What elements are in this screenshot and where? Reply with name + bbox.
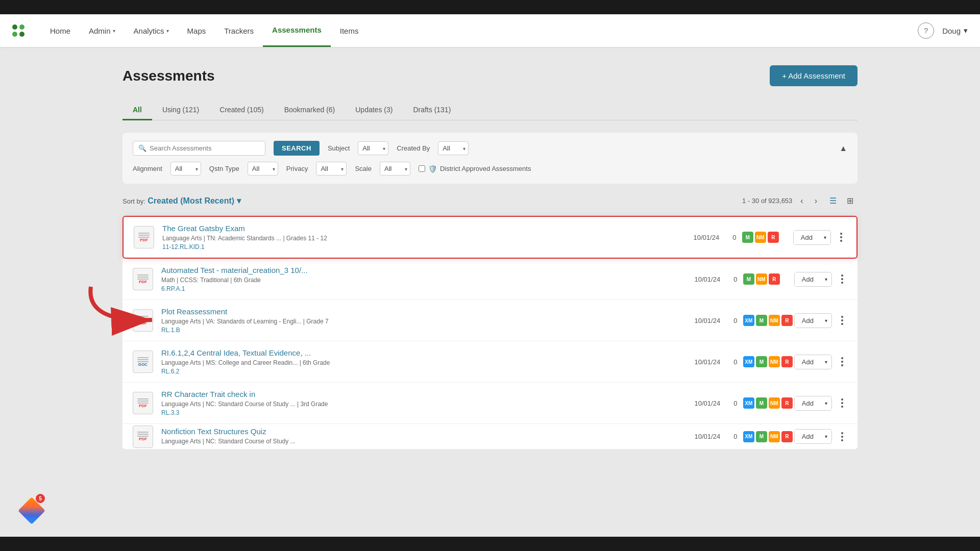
alignment-label: Alignment [133, 165, 162, 172]
search-box: 🔍 [133, 141, 265, 156]
search-button[interactable]: SEARCH [274, 141, 320, 156]
more-options-button-5[interactable] [837, 396, 847, 410]
assessment-actions-6: Add ▾ [794, 429, 847, 444]
prev-page-button[interactable]: ‹ [797, 195, 806, 207]
assessment-badges-3: XM M NM R [743, 315, 794, 326]
more-options-button-6[interactable] [837, 430, 847, 443]
alignment-select[interactable]: All [170, 162, 201, 176]
grid-view-button[interactable]: ⊞ [843, 194, 857, 208]
badge-xm-5: XM [743, 397, 754, 409]
assessment-date-5: 10/01/24 [687, 399, 728, 407]
sort-value[interactable]: Created (Most Recent) ▾ [148, 196, 240, 205]
assessment-badges-5: XM M NM R [743, 397, 794, 409]
assessment-actions-5: Add ▾ [794, 396, 847, 411]
filter-collapse-icon[interactable]: ▲ [839, 144, 847, 153]
tab-updates[interactable]: Updates (3) [345, 101, 403, 120]
tab-created[interactable]: Created (105) [209, 101, 274, 120]
add-main-button-2[interactable]: Add [795, 272, 821, 286]
nav-item-admin[interactable]: Admin ▾ [80, 14, 125, 47]
assessment-info-1: The Great Gatsby Exam Language Arts | TN… [162, 224, 686, 251]
user-name: Doug [942, 27, 961, 35]
tab-all[interactable]: All [122, 101, 152, 120]
badge-m-1: M [742, 232, 753, 243]
top-bar [0, 0, 980, 14]
list-view-button[interactable]: ☰ [825, 194, 841, 208]
add-dropdown-button-5[interactable]: ▾ [821, 397, 831, 409]
add-main-button-6[interactable]: Add [795, 430, 821, 443]
assessment-title-1[interactable]: The Great Gatsby Exam [162, 224, 686, 233]
more-options-button-4[interactable] [837, 355, 847, 368]
nav-item-maps[interactable]: Maps [178, 14, 215, 47]
assessment-standard-5[interactable]: RL.3.3 [161, 409, 687, 416]
add-dropdown-button-2[interactable]: ▾ [821, 273, 831, 285]
floating-badge[interactable]: 5 [18, 494, 45, 520]
qstn-type-select[interactable]: All [248, 162, 278, 176]
assessment-standard-4[interactable]: RL.6.2 [161, 368, 687, 375]
search-input[interactable] [150, 144, 260, 152]
badge-m-6: M [756, 431, 767, 442]
assessment-title-4[interactable]: RI.6.1,2,4 Central Idea, Textual Evidenc… [161, 348, 687, 357]
assessment-info-6: Nonfiction Text Structures Quiz Language… [161, 427, 687, 446]
add-dropdown-button-4[interactable]: ▾ [821, 356, 831, 368]
nav-logo[interactable] [12, 24, 24, 37]
assessment-meta-5: Language Arts | NC: Standard Course of S… [161, 400, 687, 408]
badge-m-4: M [756, 356, 767, 367]
nav-item-analytics[interactable]: Analytics ▾ [125, 14, 178, 47]
assessment-info-3: Plot Reassessment Language Arts | VA: St… [161, 307, 687, 334]
assessment-standard-1[interactable]: 11-12.RL.KID.1 [162, 243, 686, 251]
add-split-button-5: Add ▾ [794, 396, 832, 411]
add-split-button-6: Add ▾ [794, 429, 832, 444]
assessment-info-4: RI.6.1,2,4 Central Idea, Textual Evidenc… [161, 348, 687, 375]
more-options-button-2[interactable] [837, 272, 847, 286]
nav-item-home[interactable]: Home [41, 14, 80, 47]
sort-bar: Sort by: Created (Most Recent) ▾ 1 - 30 … [122, 194, 857, 208]
assessment-title-6[interactable]: Nonfiction Text Structures Quiz [161, 427, 687, 436]
more-options-button-1[interactable] [836, 231, 846, 244]
add-dropdown-button-3[interactable]: ▾ [821, 315, 831, 327]
created-by-select[interactable]: All [438, 141, 469, 155]
assessment-meta-1: Language Arts | TN: Academic Standards .… [162, 235, 686, 242]
assessment-date-3: 10/01/24 [687, 317, 728, 324]
add-dropdown-button-1[interactable]: ▾ [820, 232, 830, 243]
add-main-button-5[interactable]: Add [795, 396, 821, 410]
assessment-count-3: 0 [728, 317, 743, 324]
nav-item-items[interactable]: Items [331, 14, 368, 47]
assessment-count-2: 0 [728, 276, 743, 283]
subject-label: Subject [328, 144, 350, 152]
add-main-button-1[interactable]: Add [794, 231, 820, 244]
add-assessment-button[interactable]: + Add Assessment [770, 65, 857, 86]
page-title: Assessments [122, 68, 215, 84]
user-menu[interactable]: Doug ▾ [942, 26, 968, 35]
privacy-select[interactable]: All [316, 162, 347, 176]
tab-using[interactable]: Using (121) [152, 101, 209, 120]
scale-select[interactable]: All [380, 162, 410, 176]
add-dropdown-button-6[interactable]: ▾ [821, 431, 831, 442]
more-options-button-3[interactable] [837, 314, 847, 327]
assessment-title-5[interactable]: RR Character Trait check in [161, 390, 687, 398]
assessment-list: PDF The Great Gatsby Exam Language Arts … [122, 216, 857, 449]
floating-badge-inner: 5 [18, 494, 45, 520]
add-split-button-2: Add ▾ [794, 272, 832, 287]
navbar: Home Admin ▾ Analytics ▾ Maps Trackers A… [0, 14, 980, 47]
qstn-type-label: Qstn Type [209, 165, 239, 172]
sort-by-label: Sort by: [122, 197, 145, 205]
nav-item-assessments[interactable]: Assessments [263, 14, 331, 47]
help-button[interactable]: ? [918, 22, 934, 39]
assessment-count-6: 0 [728, 433, 743, 440]
assessment-count-1: 0 [727, 234, 742, 241]
add-main-button-4[interactable]: Add [795, 355, 821, 369]
district-checkbox[interactable] [419, 165, 425, 172]
nav-item-trackers[interactable]: Trackers [215, 14, 263, 47]
tab-drafts[interactable]: Drafts (131) [403, 101, 461, 120]
add-main-button-3[interactable]: Add [795, 314, 821, 328]
tab-bookmarked[interactable]: Bookmarked (6) [274, 101, 346, 120]
assessment-standard-3[interactable]: RL.1.B [161, 327, 687, 334]
assessment-doc-icon-5: PDF [133, 392, 153, 414]
assessment-standard-2[interactable]: 6.RP.A.1 [161, 285, 687, 292]
next-page-button[interactable]: › [812, 195, 820, 207]
assessment-title-3[interactable]: Plot Reassessment [161, 307, 687, 316]
assessment-title-2[interactable]: Automated Test - material_creation_3 10/… [161, 266, 687, 274]
tabs: All Using (121) Created (105) Bookmarked… [122, 101, 857, 120]
doc-lines-1 [138, 233, 150, 238]
subject-select[interactable]: All [358, 141, 388, 155]
